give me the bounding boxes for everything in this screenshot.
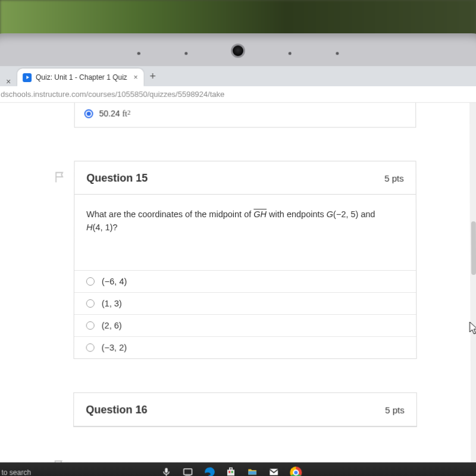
store-icon[interactable] [226,466,236,476]
webcam [231,43,245,58]
flag-column [53,171,67,464]
question-title: Question 16 [86,403,147,416]
question-points: 5 pts [384,173,404,183]
radio-selected-icon [84,109,93,118]
microphone-icon[interactable] [161,466,172,476]
address-bar[interactable]: dschools.instructure.com/courses/1055850… [0,86,476,103]
mic-dot [289,52,292,55]
new-tab-button[interactable]: + [150,70,156,83]
answer-option[interactable]: (−6, 4) [74,270,416,292]
flag-icon[interactable] [54,171,67,184]
svg-rect-3 [230,468,233,469]
answer-option[interactable]: (1, 3) [74,292,416,314]
quiz-content: 50.24 ft2 Question 15 5 pts What are the… [0,103,471,464]
svg-rect-4 [229,471,231,473]
question-header: Question 16 5 pts [74,393,416,426]
file-explorer-icon[interactable] [247,466,258,476]
scrollbar-thumb[interactable] [471,221,476,275]
question-prompt: What are the coordinates of the midpoint… [74,195,416,270]
question-card-16: Question 16 5 pts [73,392,417,427]
tab-title: Quiz: Unit 1 - Chapter 1 Quiz [36,73,127,82]
browser-tab-strip: × Quiz: Unit 1 - Chapter 1 Quiz × + [0,66,476,86]
radio-empty-icon [86,321,95,330]
laptop-bezel: × Quiz: Unit 1 - Chapter 1 Quiz × + dsch… [0,33,476,476]
radio-empty-icon [86,277,95,286]
svg-rect-2 [227,469,234,475]
prev-question-selected-option[interactable]: 50.24 ft2 [74,103,416,128]
close-prev-tab-icon[interactable]: × [0,77,17,86]
browser-tab-active[interactable]: Quiz: Unit 1 - Chapter 1 Quiz × [17,68,143,86]
vertical-scrollbar[interactable] [469,103,476,464]
question-header: Question 15 5 pts [74,161,415,195]
answer-option-label: (−6, 4) [102,277,127,286]
mic-dot [137,52,140,55]
taskbar-icons [161,466,302,476]
question-title: Question 15 [86,172,148,184]
radio-empty-icon [86,343,95,352]
mic-dot [184,52,187,55]
mic-dot [336,52,339,55]
chrome-browser-icon[interactable] [290,466,302,476]
svg-rect-5 [231,471,233,473]
mail-icon[interactable] [269,466,280,476]
windows-taskbar: to search [0,462,476,476]
mouse-cursor-icon [469,321,476,334]
svg-rect-0 [184,469,192,475]
laptop-screen: × Quiz: Unit 1 - Chapter 1 Quiz × + dsch… [0,66,476,476]
url-text: dschools.instructure.com/courses/1055850… [1,90,224,99]
question-points: 5 pts [385,405,405,415]
question-column: 50.24 ft2 Question 15 5 pts What are the… [73,103,417,427]
tab-close-icon[interactable]: × [134,73,138,82]
tab-favicon-icon [23,73,32,82]
task-view-icon[interactable] [183,466,193,476]
answer-option-label: (2, 6) [102,321,122,330]
edge-browser-icon[interactable] [204,466,215,476]
answer-option[interactable]: (−3, 2) [74,336,416,358]
taskbar-search-label[interactable]: to search [1,468,31,476]
prev-option-text: 50.24 ft2 [99,109,131,119]
answer-option-label: (1, 3) [102,299,122,308]
answer-option-label: (−3, 2) [102,343,127,352]
question-card-15: Question 15 5 pts What are the coordinat… [74,161,417,359]
radio-empty-icon [86,299,95,308]
answer-option[interactable]: (2, 6) [74,314,416,336]
